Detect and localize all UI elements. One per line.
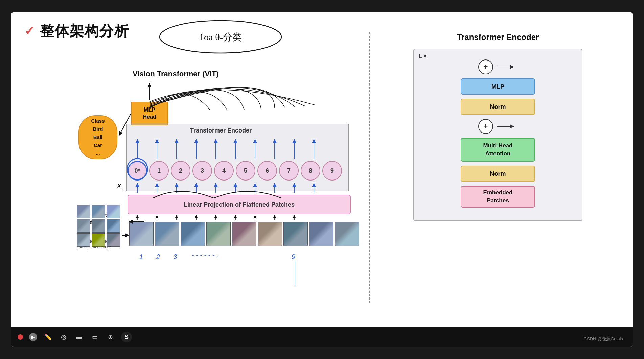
- logo-s: S: [121, 332, 132, 342]
- mlp-head-box: MLPHead: [131, 102, 168, 125]
- encoder-detail-box: L × + MLP Norm: [413, 49, 582, 221]
- patch-img-9: [335, 222, 359, 246]
- vit-label: Vision Transformer (ViT): [133, 70, 219, 78]
- thumb-5: [92, 219, 105, 233]
- token-7: 7: [279, 161, 299, 181]
- arrow-right-top: [497, 64, 518, 70]
- transformer-encoder-right-title: Transformer Encoder: [380, 32, 616, 42]
- thumb-9: [107, 233, 120, 247]
- token-3: 3: [192, 161, 212, 181]
- token-1: 1: [149, 161, 169, 181]
- token-2: 2: [171, 161, 190, 181]
- slide: ✓ 整体架构分析 1oa θ-分类 Vision Transformer (Vi…: [11, 12, 633, 347]
- page-title: 整体架构分析: [40, 22, 129, 41]
- right-section: Transformer Encoder L × + MLP: [380, 32, 616, 221]
- thumb-8: [92, 233, 105, 247]
- class-car: Car: [94, 141, 102, 149]
- token-8: 8: [301, 161, 320, 181]
- token-6: 6: [257, 161, 277, 181]
- thumb-4: [77, 219, 90, 233]
- svg-text:-  -  -  -  - - .: - - - - - - .: [192, 251, 218, 259]
- pencil-icon[interactable]: ✏️: [43, 332, 53, 342]
- svg-text:9: 9: [292, 253, 295, 260]
- svg-text:x: x: [117, 181, 121, 190]
- token-5: 5: [236, 161, 255, 181]
- plus-circle-bottom: +: [478, 119, 493, 134]
- mlp-block: MLP: [461, 78, 535, 95]
- thumb-7: [77, 233, 90, 247]
- patch-img-3: [181, 222, 205, 246]
- patch-img-4: [206, 222, 231, 246]
- token-row: 0* 1 2 3 4 5 6 7 8 9: [128, 161, 342, 181]
- checkmark-icon: ✓: [24, 24, 34, 38]
- token-0: 0*: [128, 161, 147, 181]
- circle-icon[interactable]: ⊕: [106, 332, 115, 342]
- svg-text:1: 1: [139, 253, 143, 260]
- norm-block-bottom: Norm: [461, 166, 535, 182]
- patch-image-row: [129, 222, 359, 246]
- svg-text:1oa θ-分类: 1oa θ-分类: [199, 32, 242, 42]
- lx-label: L ×: [419, 53, 427, 59]
- rect-icon[interactable]: ▭: [90, 332, 99, 342]
- patch-img-6: [258, 222, 282, 246]
- minus-icon[interactable]: ▬: [74, 332, 84, 342]
- patch-img-5: [232, 222, 256, 246]
- thumb-3: [107, 205, 120, 218]
- record-button[interactable]: [18, 334, 23, 340]
- token-4: 4: [214, 161, 234, 181]
- class-ellipsis: ...: [96, 149, 100, 158]
- thumb-2: [92, 205, 105, 218]
- thumb-grid: [77, 205, 121, 247]
- linear-projection-box: Linear Projection of Flattened Patches: [128, 195, 351, 214]
- target-icon[interactable]: ◎: [59, 332, 68, 342]
- class-ball: Ball: [93, 133, 103, 141]
- patch-img-1: [129, 222, 154, 246]
- svg-text:l: l: [122, 186, 123, 192]
- csdn-watermark: CSDN @晓源Galois: [584, 336, 623, 342]
- plus-circle-top: +: [478, 59, 493, 74]
- norm-block-top: Norm: [461, 99, 535, 115]
- thumb-6: [107, 219, 120, 233]
- svg-text:3: 3: [173, 253, 177, 260]
- class-box: Class Bird Ball Car ...: [78, 115, 117, 159]
- thumb-1: [77, 205, 90, 218]
- play-button[interactable]: ▶: [29, 333, 37, 341]
- mha-block: Multi-HeadAttention: [461, 138, 535, 162]
- embedded-patches-block: EmbeddedPatches: [461, 186, 535, 208]
- patch-img-2: [155, 222, 179, 246]
- token-9: 9: [322, 161, 342, 181]
- class-bird: Bird: [93, 125, 103, 133]
- transformer-encoder-label: Transformer Encoder: [190, 127, 252, 134]
- toolbar: ▶ ✏️ ◎ ▬ ▭ ⊕ S CSDN @晓源Galois: [11, 327, 633, 347]
- section-divider: [369, 32, 370, 303]
- arrow-right-bottom: [497, 123, 518, 130]
- class-label: Class: [91, 117, 105, 125]
- patch-img-8: [309, 222, 334, 246]
- svg-text:2: 2: [156, 253, 160, 260]
- outer-container: ✓ 整体架构分析 1oa θ-分类 Vision Transformer (Vi…: [0, 0, 644, 359]
- patch-img-7: [283, 222, 308, 246]
